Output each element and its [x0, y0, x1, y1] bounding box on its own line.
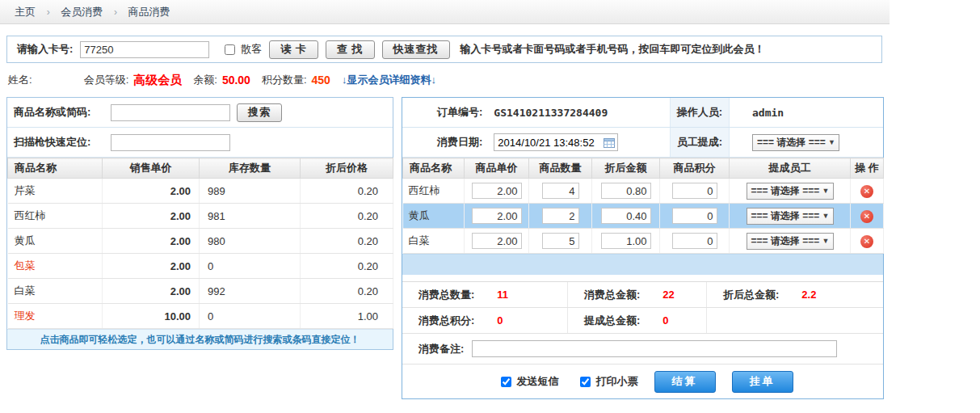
read-card-button[interactable]: 读 卡 — [269, 40, 318, 59]
product-row[interactable]: 包菜 2.00 0 0.20 — [8, 254, 393, 279]
total-qty-label: 消费总数量: — [418, 288, 474, 302]
product-name-cell: 西红柿 — [8, 204, 103, 229]
item-qty-input[interactable] — [542, 183, 579, 199]
item-qty-input[interactable] — [542, 208, 579, 224]
member-name-label: 姓名: — [8, 73, 32, 87]
consume-date-input[interactable] — [494, 135, 604, 150]
discount-total-value: 2.2 — [801, 289, 816, 301]
order-item-name: 西红柿 — [403, 179, 465, 204]
item-staff-select[interactable]: === 请选择 === ▼ — [747, 208, 834, 225]
item-discount-amount-input[interactable] — [601, 208, 651, 224]
item-points-input[interactable] — [672, 233, 717, 249]
order-item-row: 黄瓜 === 请选择 === ▼ ✕ — [403, 204, 884, 229]
total-points-value: 0 — [497, 314, 503, 327]
hold-order-button[interactable]: 挂单 — [732, 371, 793, 393]
column-header-item-name: 商品名称 — [403, 158, 465, 179]
item-price-input[interactable] — [472, 233, 522, 249]
product-panel: 商品名称或简码: 搜索 扫描枪快速定位: 商品名称 销售单价 库存数量 折后价格 — [6, 97, 393, 350]
operator-value: admin — [730, 107, 883, 119]
show-member-details-link[interactable]: ↓显示会员详细资料↓ — [342, 73, 436, 87]
product-price-cell: 2.00 — [103, 279, 200, 304]
product-search-button[interactable]: 搜索 — [237, 103, 282, 122]
breadcrumb-home[interactable]: 主页 — [15, 6, 36, 18]
item-points-input[interactable] — [672, 183, 717, 199]
item-points-input[interactable] — [672, 208, 717, 224]
product-row[interactable]: 芹菜 2.00 989 0.20 — [8, 179, 393, 204]
product-stock-cell: 992 — [200, 279, 301, 304]
order-summary: 消费总数量: 11 消费总金额: 22 折后总金额: 2.2 消费总积分: 0 — [402, 281, 883, 334]
actions-row: 发送短信 打印小票 结算 挂单 — [402, 365, 883, 398]
breadcrumb: 主页 › 会员消费 › 商品消费 — [0, 0, 890, 24]
product-row[interactable]: 理发 10.00 0 1.00 — [8, 304, 393, 329]
quick-find-button[interactable]: 快速查找 — [382, 40, 450, 59]
product-stock-cell: 980 — [200, 229, 301, 254]
barcode-input[interactable] — [111, 134, 230, 151]
item-discount-amount-input[interactable] — [601, 183, 651, 199]
product-row[interactable]: 黄瓜 2.00 980 0.20 — [8, 229, 393, 254]
product-stock-cell: 0 — [200, 304, 301, 329]
order-number-row: 订单编号: GS1410211337284409 操作人员: admin — [402, 98, 883, 128]
product-discount-cell: 0.20 — [301, 279, 393, 304]
product-search-row: 商品名称或简码: 搜索 — [7, 98, 393, 128]
print-receipt-checkbox[interactable] — [580, 377, 591, 387]
item-staff-select-value: === 请选择 === — [751, 184, 820, 198]
item-qty-input[interactable] — [542, 233, 579, 249]
main-panels: 商品名称或简码: 搜索 扫描枪快速定位: 商品名称 销售单价 库存数量 折后价格 — [6, 97, 980, 399]
consume-date-label: 消费日期: — [437, 135, 482, 150]
find-button[interactable]: 查 找 — [326, 40, 375, 59]
remark-input[interactable] — [472, 340, 837, 357]
product-row[interactable]: 白菜 2.00 992 0.20 — [8, 279, 393, 304]
product-search-label: 商品名称或简码: — [14, 105, 104, 120]
discount-total-label: 折后总金额: — [723, 288, 779, 302]
column-header-item-qty: 商品数量 — [529, 158, 592, 179]
product-stock-cell: 981 — [200, 204, 301, 229]
guest-checkbox[interactable] — [225, 44, 235, 55]
chevron-down-icon: ▼ — [822, 237, 830, 245]
total-qty-value: 11 — [497, 289, 508, 301]
product-name-cell: 白菜 — [8, 279, 103, 304]
order-item-name: 白菜 — [403, 229, 465, 254]
column-header-commission-staff: 提成员工 — [730, 158, 851, 179]
selection-band — [402, 254, 883, 275]
guest-checkbox-label: 散客 — [241, 42, 262, 57]
discount-total-cell: 折后总金额: 2.2 — [707, 282, 883, 307]
product-stock-cell: 0 — [200, 254, 301, 279]
delete-item-icon[interactable]: ✕ — [860, 185, 873, 198]
total-points-cell: 消费总积分: 0 — [402, 308, 568, 333]
product-discount-cell: 0.20 — [301, 254, 393, 279]
item-staff-select[interactable]: === 请选择 === ▼ — [747, 233, 834, 250]
operator-label: 操作人员: — [670, 98, 730, 127]
settle-button[interactable]: 结算 — [654, 371, 716, 393]
order-items-table: 商品名称 商品单价 商品数量 折后金额 商品积分 提成员工 操 作 西红柿 — [402, 158, 884, 254]
delete-item-icon[interactable]: ✕ — [860, 210, 873, 223]
total-amount-label: 消费总金额: — [584, 288, 640, 302]
product-row[interactable]: 西红柿 2.00 981 0.20 — [8, 204, 393, 229]
member-level-value: 高级会员 — [133, 73, 182, 88]
breadcrumb-product-consume: 商品消费 — [128, 6, 170, 18]
print-receipt-label: 打印小票 — [596, 374, 638, 389]
total-amount-value: 22 — [662, 289, 674, 301]
product-price-cell: 2.00 — [103, 254, 200, 279]
commission-select[interactable]: === 请选择 === ▼ — [752, 134, 839, 151]
chevron-down-icon: ▼ — [822, 187, 830, 195]
balance-value: 50.00 — [222, 74, 250, 86]
products-table: 商品名称 销售单价 库存数量 折后价格 芹菜 2.00 989 0.20 — [7, 158, 393, 329]
remark-row: 消费备注: — [402, 334, 883, 365]
send-sms-checkbox[interactable] — [501, 377, 511, 387]
total-amount-cell: 消费总金额: 22 — [568, 282, 707, 307]
order-panel: 订单编号: GS1410211337284409 操作人员: admin 消费日… — [402, 97, 884, 399]
item-price-input[interactable] — [472, 208, 522, 224]
item-price-input[interactable] — [472, 183, 522, 199]
product-search-input[interactable] — [111, 104, 230, 121]
delete-item-icon[interactable]: ✕ — [860, 235, 873, 248]
item-discount-amount-input[interactable] — [601, 233, 651, 249]
breadcrumb-member-consume[interactable]: 会员消费 — [61, 6, 103, 18]
item-staff-select[interactable]: === 请选择 === ▼ — [747, 183, 834, 200]
product-name-cell: 黄瓜 — [8, 229, 103, 254]
consume-date-row: 消费日期: 员工提成: — [402, 128, 883, 158]
column-header-unit-price: 销售单价 — [103, 158, 200, 179]
remark-label: 消费备注: — [418, 342, 464, 356]
summary-empty-cell — [707, 308, 883, 333]
card-number-input[interactable] — [80, 41, 209, 58]
calendar-icon[interactable] — [604, 137, 615, 148]
